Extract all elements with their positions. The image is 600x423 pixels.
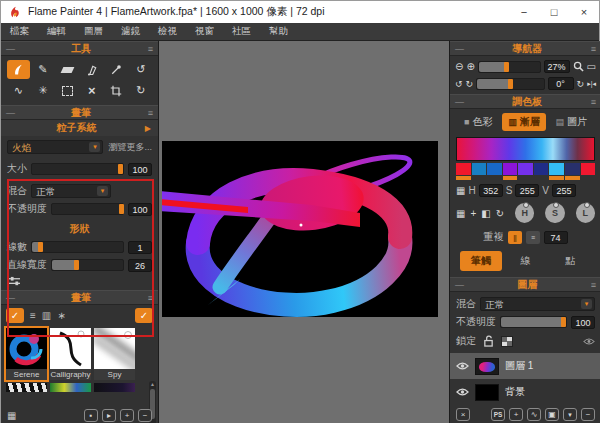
menu-community[interactable]: 社區 bbox=[223, 25, 260, 38]
numeric-grid-icon[interactable]: ▦ bbox=[456, 185, 465, 196]
marker-tool[interactable] bbox=[81, 60, 104, 79]
gradient-stop[interactable] bbox=[565, 163, 580, 175]
add-color-icon[interactable]: + bbox=[470, 208, 476, 219]
slider-handle[interactable] bbox=[561, 317, 566, 327]
gradient-stop[interactable] bbox=[581, 163, 596, 175]
brush-thumb-partial[interactable] bbox=[94, 383, 135, 392]
saturation-knob[interactable]: S bbox=[545, 203, 564, 223]
size-slider[interactable] bbox=[31, 163, 124, 175]
panel-menu-icon[interactable]: ≡ bbox=[591, 280, 596, 290]
layer-row-background[interactable]: 背景 bbox=[450, 379, 600, 405]
lock-open-icon[interactable] bbox=[483, 335, 494, 347]
brush-filter-check-button[interactable]: ✓ bbox=[6, 308, 24, 323]
particle-tool[interactable]: ✳ bbox=[32, 81, 55, 100]
add-brush-button[interactable]: + bbox=[120, 409, 134, 422]
clear-layer-button[interactable]: × bbox=[456, 408, 470, 421]
slider-handle[interactable] bbox=[504, 62, 509, 72]
magnifier-icon[interactable] bbox=[573, 61, 584, 72]
slider-handle[interactable] bbox=[74, 260, 79, 270]
collapse-icon[interactable]: — bbox=[455, 44, 464, 54]
hue-value[interactable]: 352 bbox=[479, 184, 503, 197]
lock-transparency-icon[interactable] bbox=[501, 336, 513, 347]
layer-visibility-icon[interactable] bbox=[456, 387, 469, 397]
tab-image[interactable]: ▤ 圖片 bbox=[549, 113, 593, 131]
opacity-slider[interactable] bbox=[51, 203, 124, 215]
collapse-icon[interactable]: — bbox=[6, 44, 15, 54]
layer-row-1[interactable]: 圖層 1 bbox=[450, 353, 600, 379]
list-view-icon[interactable]: ≡ bbox=[30, 310, 36, 321]
redo-button[interactable]: ↻ bbox=[130, 81, 153, 100]
blend-dropdown[interactable]: 正常 ▾ bbox=[31, 184, 111, 198]
contrast-icon[interactable]: ◧ bbox=[481, 208, 490, 219]
expand-arrow-icon[interactable]: ▶ bbox=[145, 124, 151, 133]
barcode-view-icon[interactable]: ▥ bbox=[42, 310, 51, 321]
transform-tool[interactable]: × bbox=[81, 81, 104, 100]
sparkle-icon[interactable]: ∗ bbox=[57, 310, 65, 321]
menu-help[interactable]: 幫助 bbox=[260, 25, 297, 38]
zoom-in-icon[interactable]: ⊕ bbox=[466, 61, 474, 72]
fit-screen-icon[interactable]: ▭ bbox=[587, 61, 596, 72]
zoom-out-icon[interactable]: ⊖ bbox=[455, 61, 463, 72]
brush-group-button[interactable]: ✓ bbox=[135, 308, 153, 323]
layer-blend-dropdown[interactable]: 正常 ▾ bbox=[480, 297, 595, 311]
slider-handle[interactable] bbox=[38, 242, 43, 252]
brush-preset-dropdown[interactable]: 火焰 ▾ bbox=[7, 140, 103, 154]
menu-edit[interactable]: 編輯 bbox=[38, 25, 75, 38]
rotate-reset-icon[interactable]: ↻ bbox=[577, 79, 585, 89]
repeat-value[interactable]: 74 bbox=[544, 231, 568, 244]
duplicate-layer-button[interactable]: ▣ bbox=[545, 408, 559, 421]
gradient-bar[interactable] bbox=[456, 137, 595, 161]
panel-menu-icon[interactable]: ≡ bbox=[148, 44, 153, 54]
gradient-stop[interactable] bbox=[518, 163, 533, 175]
collapse-icon[interactable]: — bbox=[455, 97, 464, 107]
saturation-value[interactable]: 255 bbox=[515, 184, 539, 197]
thumbnail-size-button[interactable]: ▪ bbox=[84, 409, 98, 422]
gradient-stop[interactable] bbox=[487, 163, 502, 175]
add-vector-layer-button[interactable]: ∿ bbox=[527, 408, 541, 421]
lines-slider[interactable] bbox=[31, 241, 124, 253]
palette-grid-icon[interactable]: ▦ bbox=[456, 208, 465, 219]
slider-handle[interactable] bbox=[118, 164, 123, 174]
gradient-stop[interactable] bbox=[549, 163, 564, 175]
mode-brush-button[interactable]: 筆觸 bbox=[460, 251, 502, 271]
slider-handle[interactable] bbox=[119, 204, 124, 214]
mode-dot-button[interactable]: 點 bbox=[549, 251, 591, 271]
wave-tool[interactable]: ∿ bbox=[7, 81, 30, 100]
undo-button[interactable]: ↺ bbox=[130, 60, 153, 79]
zoom-slider[interactable] bbox=[478, 61, 541, 73]
panel-menu-icon[interactable]: ≡ bbox=[148, 293, 153, 303]
photoshop-import-button[interactable]: PS bbox=[491, 408, 505, 421]
mode-line-button[interactable]: 線 bbox=[505, 251, 547, 271]
gradient-stop[interactable] bbox=[534, 163, 549, 175]
eyedropper-tool[interactable] bbox=[105, 60, 128, 79]
tab-gradient[interactable]: ▥ 漸層 bbox=[502, 113, 546, 131]
brush-thumb-partial[interactable] bbox=[50, 383, 91, 392]
shape-settings-icon[interactable] bbox=[1, 274, 158, 289]
close-button[interactable]: × bbox=[569, 1, 599, 23]
merge-down-button[interactable]: ▼ bbox=[563, 408, 577, 421]
eraser-tool[interactable] bbox=[56, 60, 79, 79]
rotation-slider[interactable] bbox=[476, 78, 545, 90]
remove-brush-button[interactable]: − bbox=[138, 409, 152, 422]
crop-tool[interactable] bbox=[105, 81, 128, 100]
stop-marker[interactable] bbox=[549, 176, 564, 180]
flame-brush-tool[interactable] bbox=[7, 60, 30, 79]
maximize-button[interactable]: □ bbox=[539, 1, 569, 23]
painting-canvas[interactable] bbox=[162, 141, 438, 317]
grid-view-icon[interactable]: ▦ bbox=[7, 410, 16, 421]
import-brush-button[interactable]: ▸ bbox=[102, 409, 116, 422]
collapse-icon[interactable]: — bbox=[6, 108, 15, 118]
gradient-stop[interactable] bbox=[456, 163, 471, 175]
workspace-area[interactable] bbox=[159, 41, 449, 423]
gradient-stop[interactable] bbox=[472, 163, 487, 175]
gradient-stop[interactable] bbox=[503, 163, 518, 175]
lightness-knob[interactable]: L bbox=[576, 203, 595, 223]
add-layer-button[interactable]: + bbox=[509, 408, 523, 421]
stop-marker[interactable] bbox=[456, 176, 471, 180]
brush-thumb-partial[interactable] bbox=[6, 383, 47, 392]
menu-filter[interactable]: 濾鏡 bbox=[112, 25, 149, 38]
rotate-cw-icon[interactable]: ↻ bbox=[466, 79, 474, 89]
brush-thumb-calligraphy[interactable]: Calligraphy bbox=[50, 328, 91, 380]
hue-knob[interactable]: H bbox=[515, 203, 534, 223]
pencil-tool[interactable]: ✎ bbox=[32, 60, 55, 79]
